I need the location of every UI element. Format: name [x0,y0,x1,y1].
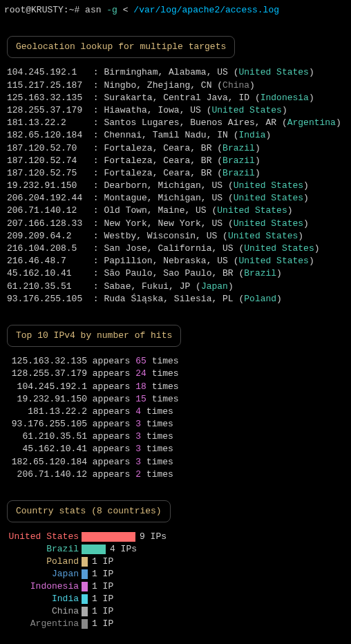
hits-count: 15 [135,394,146,404]
geo-row: 93.176.255.105 : Ruda Śląska, Silesia, P… [7,293,347,305]
separator: : [93,231,104,241]
stats-row: China1 IP [4,605,347,618]
stats-row: Indonesia1 IP [4,580,347,593]
country-section-box: Country stats (8 countries) [7,500,171,522]
geo-row: 206.204.192.44 : Montague, Michigan, US … [7,192,347,205]
paren-close: ) [228,281,234,292]
separator: : [93,193,104,203]
geo-location: Ningbo, Zhejiang, CN [104,80,217,91]
hits-ip: 45.162.10.41 [10,443,87,455]
hits-count: 4 [135,406,141,417]
geo-location: Fortaleza, Ceara, BR [104,143,217,153]
geo-section-box: Geolocation lookup for multiple targets [7,36,235,58]
stats-count: 1 IP [92,605,113,618]
stats-count: 1 IP [92,568,113,580]
prompt-user: root [4,5,26,15]
command-flag: -g [106,5,117,15]
hits-row: 19.232.91.150 appears 15 times [10,393,347,406]
stats-country: Argentina [4,618,82,630]
geo-row: 207.166.128.33 : New York, New York, US … [7,218,347,230]
paren-close: ) [287,205,293,216]
separator: : [93,243,104,254]
geo-row: 187.120.52.70 : Fortaleza, Ceara, BR (Br… [7,142,347,155]
geo-country: United States [234,193,303,203]
hits-appears: appears [87,368,135,379]
geo-location: San Jose, California, US [104,243,238,254]
geo-row: 125.163.32.135 : Surakarta, Central Java… [7,92,347,104]
geo-row: 209.209.64.2 : Westby, Wisconsin, US (Un… [7,230,347,243]
hits-ip: 19.232.91.150 [10,393,87,406]
hits-times: times [146,381,179,392]
command: asn [85,5,101,15]
hits-count: 65 [135,356,146,366]
paren-close: ) [309,67,314,77]
geo-country: Indonesia [260,93,309,103]
hits-appears: appears [87,394,135,404]
hits-appears: appears [87,431,135,442]
geo-location: New York, New York, US [104,218,227,229]
geo-row: 19.232.91.150 : Dearborn, Michigan, US (… [7,180,347,192]
geo-location: Old Town, Maine, US [104,205,211,216]
prompt-line[interactable]: root@KRUSTY:~# asn -g < /var/log/apache2… [4,4,347,17]
paren-open: ( [282,117,287,128]
stats-count: 1 IP [92,593,113,605]
hits-times: times [141,457,173,467]
hits-list: 125.163.32.135 appears 65 times128.255.3… [10,355,347,481]
hits-times: times [141,431,173,442]
separator: : [93,294,104,304]
geo-ip: 182.65.120.184 [7,130,93,140]
stats-row: Poland1 IP [4,556,347,568]
geo-country: India [238,130,265,140]
geo-country: United States [217,205,287,216]
geo-location: Chennai, Tamil Nadu, IN [104,130,233,140]
hits-row: 182.65.120.184 appears 3 times [10,456,347,468]
separator: : [93,130,104,140]
geo-country: Japan [201,281,228,292]
country-stats: United States9 IPsBrazil4 IPsPoland1 IPJ… [4,531,347,630]
paren-close: ) [336,117,341,128]
hits-times: times [141,406,173,417]
geo-country: Brazil [222,168,255,178]
hits-row: 61.210.35.51 appears 3 times [10,430,347,443]
geo-ip: 216.46.48.7 [7,256,93,266]
geo-country: United States [244,243,314,254]
paren-open: ( [196,281,201,292]
geo-country: United States [234,218,303,229]
paren-open: ( [217,143,222,153]
geo-country: Brazil [222,143,255,153]
paren-close: ) [282,105,287,115]
geo-row: 216.104.208.5 : San Jose, California, US… [7,243,347,255]
stats-count: 1 IP [92,618,113,630]
geo-ip: 216.104.208.5 [7,243,93,254]
geo-row: 187.120.52.74 : Fortaleza, Ceara, BR (Br… [7,155,347,167]
separator: : [93,93,104,103]
hits-times: times [146,368,179,379]
geo-location: Westby, Wisconsin, US [104,231,222,241]
stats-bar [82,557,88,567]
hits-count: 3 [135,431,141,442]
geo-country: United States [228,231,298,241]
geo-ip: 128.255.37.179 [7,105,93,115]
stats-country: India [4,593,82,605]
separator: : [93,180,104,191]
geo-ip: 187.120.52.75 [7,168,93,178]
stats-count: 4 IPs [110,543,137,556]
paren-close: ) [303,180,309,191]
top-title: Top 10 IPv4 by number of hits [16,330,172,341]
hits-ip: 61.210.35.51 [10,430,87,443]
hits-ip: 181.13.22.2 [10,406,87,418]
geo-country: United States [211,105,281,115]
separator: : [93,105,104,115]
geo-country: United States [238,256,308,266]
geo-row: 45.162.10.41 : São Paulo, Sao Paulo, BR … [7,267,347,280]
separator: : [93,67,104,77]
stats-count: 9 IPs [140,531,167,543]
geo-country: Brazil [244,268,276,278]
geo-ip: 45.162.10.41 [7,268,93,278]
geo-location: Santos Lugares, Buenos Aires, AR [104,117,281,128]
separator: : [93,117,104,128]
hits-appears: appears [87,444,135,454]
stats-bar [82,532,135,542]
geo-list: 104.245.192.1 : Birmingham, Alabama, US … [7,66,347,305]
paren-open: ( [228,218,234,229]
